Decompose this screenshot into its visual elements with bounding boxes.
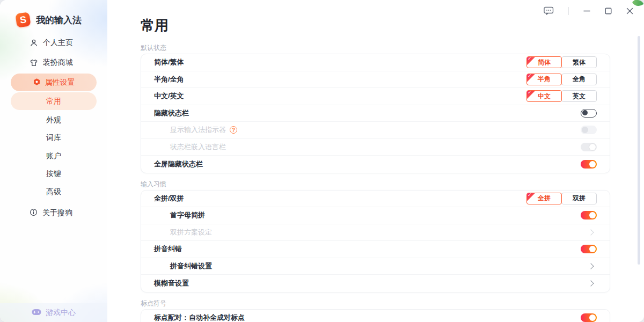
settings-card: 简体/繁体 简体 繁体 半角/全角 [141,54,610,173]
toggle-knob [589,212,596,218]
segment-option[interactable]: 全角 [561,74,597,85]
row-label: 全屏隐藏状态栏 [154,159,203,169]
sidebar-subitem-advanced[interactable]: 高级 [0,183,107,201]
sidebar-subitem-label: 词库 [46,133,61,143]
chevron-right-icon[interactable] [588,263,594,269]
segment-label: 中文 [538,92,551,101]
section-label: 输入习惯 [141,180,644,188]
sidebar-subitem-label: 按键 [46,169,61,179]
settings-row-full-double-pinyin: 全拼/双拼 全拼 双拼 [141,191,610,208]
segment-option[interactable]: 英文 [561,90,597,102]
chevron-right-icon [588,229,594,235]
toggle-knob [589,144,596,150]
segment-label: 双拼 [573,194,586,203]
sidebar-subitem-appearance[interactable]: 外观 [0,111,107,129]
row-label: 简体/繁体 [154,57,184,67]
sidebar-subitem-account[interactable]: 账户 [0,147,107,165]
settings-row-pinyin-correction-settings[interactable]: 拼音纠错设置 [141,258,610,275]
person-icon [30,39,38,47]
row-label: 双拼方案设定 [154,228,212,237]
app-window: S 我的输入法 个人主页 装扮商城 属性设置 [0,0,644,322]
row-label: 显示输入法指示器 [154,125,237,135]
app-logo-row: S 我的输入法 [0,0,107,27]
settings-row-fullscreen-hide-statusbar: 全屏隐藏状态栏 [141,156,610,173]
row-label: 半角/全角 [154,75,184,84]
page-title: 常用 [141,17,644,33]
sidebar-item-settings[interactable]: 属性设置 [11,74,97,91]
settings-row-fuzzy-sound-settings[interactable]: 模糊音设置 [141,275,610,292]
toggle-switch-off[interactable] [581,109,597,118]
help-icon[interactable] [230,126,237,134]
settings-row-show-indicator: 显示输入法指示器 [141,122,610,139]
settings-card: 全拼/双拼 全拼 双拼 首字母简拼 [141,190,610,292]
row-label: 模糊音设置 [154,279,189,288]
settings-row-double-pinyin-scheme: 双拼方案设定 [141,224,610,241]
feedback-icon[interactable] [543,5,555,16]
sidebar-subitem-label: 账户 [46,151,61,161]
maximize-icon[interactable] [604,6,613,16]
sidebar-subitem-label: 常用 [46,97,61,106]
row-label: 拼音纠错设置 [154,261,212,271]
sidebar-item-label: 装扮商城 [43,58,73,68]
settings-row-half-full-width: 半角/全角 半角 全角 [141,71,610,89]
toggle-switch-on[interactable] [581,160,597,169]
segment-option-selected[interactable]: 半角 [526,74,562,85]
segmented-control: 简体 繁体 [526,56,597,68]
sidebar-item-profile[interactable]: 个人主页 [0,33,107,53]
settings-row-embed-languagebar: 状态栏嵌入语言栏 [141,139,610,156]
segment-label: 全拼 [538,194,551,203]
segment-label: 简体 [538,58,551,67]
segment-label: 繁体 [573,58,586,67]
check-ribbon-icon [527,74,535,82]
scrollbar-thumb[interactable] [638,36,640,265]
section-label: 默认状态 [141,44,644,52]
sidebar-item-about[interactable]: 关于搜狗 [0,203,107,223]
check-ribbon-icon [527,57,535,65]
sidebar-subitem-label: 外观 [46,115,61,125]
titlebar-divider [568,7,569,15]
chevron-right-icon[interactable] [588,280,594,286]
row-label: 中文/英文 [154,91,184,101]
segment-label: 全角 [573,75,586,84]
sidebar-subitem-keys[interactable]: 按键 [0,165,107,184]
toggle-knob [589,161,596,167]
settings-row-punctuation-pairing: 标点配对：自动补全成对标点 [141,310,610,322]
sidebar-nav: 个人主页 装扮商城 属性设置 常用 外观 词库 [0,33,107,223]
main-panel: 常用 默认状态 简体/繁体 简体 繁体 [107,0,644,322]
sidebar-item-store[interactable]: 装扮商城 [0,53,107,72]
segment-option[interactable]: 繁体 [561,56,597,68]
toggle-knob [582,127,588,133]
sidebar: S 我的输入法 个人主页 装扮商城 属性设置 [0,0,107,322]
row-label: 状态栏嵌入语言栏 [154,142,226,152]
toggle-switch-disabled-off [581,126,597,134]
check-ribbon-icon [527,91,535,99]
settings-row-chinese-english: 中文/英文 中文 英文 [141,88,610,105]
sidebar-item-label: 属性设置 [45,78,75,87]
minimize-icon[interactable] [582,6,591,16]
settings-row-hide-statusbar: 隐藏状态栏 [141,105,610,122]
segmented-control: 半角 全角 [526,74,597,85]
toggle-switch-on[interactable] [581,313,597,322]
sidebar-subitem-lexicon[interactable]: 词库 [0,129,107,148]
gamepad-icon [32,309,41,317]
segment-option[interactable]: 双拼 [561,193,597,204]
sogou-logo-icon: S [15,12,31,27]
settings-row-pinyin-correction: 拼音纠错 [141,241,610,258]
row-label: 隐藏状态栏 [154,108,189,118]
row-label-text: 显示输入法指示器 [170,125,226,135]
toggle-switch-on[interactable] [581,211,597,219]
segment-option-selected[interactable]: 全拼 [526,193,562,204]
sidebar-item-label: 个人主页 [43,38,73,48]
row-label: 标点配对：自动补全成对标点 [154,313,245,322]
sidebar-subitem-common[interactable]: 常用 [11,92,97,110]
toggle-knob [589,314,596,321]
game-center-button[interactable]: 游戏中心 [0,303,107,322]
game-center-label: 游戏中心 [46,308,76,318]
toggle-switch-on[interactable] [581,245,597,253]
settings-row-initial-abbrev: 首字母简拼 [141,207,610,224]
row-label: 首字母简拼 [154,210,205,220]
segment-label: 英文 [573,92,586,101]
segment-option-selected[interactable]: 简体 [526,56,562,68]
close-icon[interactable] [625,6,634,16]
segment-option-selected[interactable]: 中文 [526,90,562,102]
